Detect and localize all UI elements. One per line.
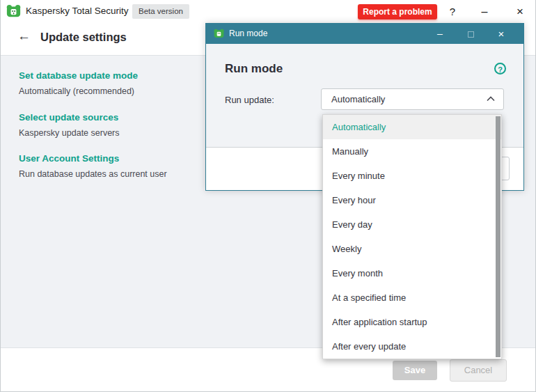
kaspersky-bear-icon (6, 4, 21, 18)
window-close-button[interactable]: × (512, 0, 528, 23)
kaspersky-window: Kaspersky Total Security Beta version Re… (0, 0, 536, 392)
app-title: Kaspersky Total Security (26, 6, 129, 16)
page-title: Update settings (40, 31, 127, 44)
dropdown-option[interactable]: Every day (323, 212, 501, 237)
user-account-value: Run database updates as current user (19, 169, 167, 179)
cancel-button[interactable]: Cancel (450, 359, 507, 382)
dialog-maximize-button (462, 24, 480, 44)
run-update-label: Run update: (225, 95, 274, 105)
combobox-value: Automatically (331, 94, 385, 104)
kaspersky-bear-icon (214, 29, 224, 38)
dropdown-option[interactable]: Weekly (323, 237, 501, 261)
dropdown-scrollbar[interactable] (496, 116, 500, 357)
page-header: ← Update settings (1, 23, 205, 55)
window-help-button[interactable]: ? (445, 0, 460, 23)
dropdown-option[interactable]: After every update (323, 334, 501, 359)
dialog-close-button[interactable]: × (492, 24, 510, 44)
database-update-mode-value: Automatically (recommended) (19, 86, 138, 96)
chevron-up-icon (487, 96, 495, 102)
dialog-heading: Run mode (225, 62, 283, 76)
maximize-icon (468, 31, 474, 38)
window-minimize-button[interactable]: – (477, 0, 492, 23)
report-a-problem-button[interactable]: Report a problem (358, 4, 437, 19)
user-account-settings-link[interactable]: User Account Settings (19, 153, 167, 164)
beta-badge: Beta version (132, 4, 189, 19)
setting-group-update-sources: Select update sources Kaspersky update s… (19, 112, 120, 138)
setting-group-user-account: User Account Settings Run database updat… (19, 153, 167, 179)
select-update-sources-link[interactable]: Select update sources (19, 112, 120, 123)
dialog-title: Run mode (229, 29, 267, 38)
dialog-titlebar: Run mode – × (206, 24, 523, 44)
dropdown-option[interactable]: Every hour (323, 188, 501, 212)
set-database-update-mode-link[interactable]: Set database update mode (19, 70, 138, 81)
save-button[interactable]: Save (393, 361, 437, 380)
setting-group-database-update-mode: Set database update mode Automatically (… (19, 70, 138, 96)
window-titlebar: Kaspersky Total Security Beta version Re… (1, 0, 535, 23)
dropdown-option[interactable]: After application startup (323, 310, 501, 334)
dropdown-option[interactable]: Every minute (323, 164, 501, 188)
update-sources-value: Kaspersky update servers (19, 128, 120, 138)
back-arrow-icon[interactable]: ← (17, 29, 31, 44)
dialog-minimize-button[interactable]: – (431, 24, 449, 44)
run-update-dropdown-list: AutomaticallyManuallyEvery minuteEvery h… (322, 114, 502, 359)
dropdown-option[interactable]: Manually (323, 139, 501, 164)
dropdown-option[interactable]: At a specified time (323, 285, 501, 310)
dropdown-option[interactable]: Automatically (323, 115, 501, 139)
help-icon[interactable]: ? (494, 63, 506, 75)
dropdown-items: AutomaticallyManuallyEvery minuteEvery h… (323, 115, 501, 359)
run-update-combobox[interactable]: Automatically (321, 88, 504, 110)
dropdown-option[interactable]: Every month (323, 261, 501, 285)
